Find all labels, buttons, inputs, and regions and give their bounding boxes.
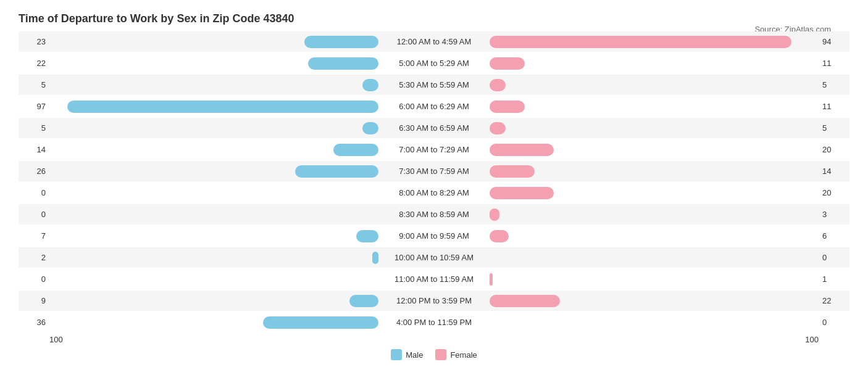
male-bar-container bbox=[295, 165, 378, 178]
chart-row: 2 10:00 AM to 10:59 AM 0 bbox=[19, 247, 849, 268]
male-bar bbox=[362, 79, 378, 91]
female-bar bbox=[490, 122, 506, 134]
female-bar bbox=[490, 187, 554, 199]
female-value: 1 bbox=[819, 274, 849, 284]
time-label: 11:00 AM to 11:59 AM bbox=[394, 274, 474, 284]
time-label: 6:00 AM to 6:29 AM bbox=[399, 102, 469, 111]
male-bar-container bbox=[362, 79, 378, 91]
time-label: 8:30 AM to 8:59 AM bbox=[399, 210, 469, 219]
male-value: 0 bbox=[19, 274, 49, 284]
chart-row: 5 5:30 AM to 5:59 AM 5 bbox=[19, 75, 849, 95]
female-bar bbox=[490, 273, 493, 286]
male-bar-container bbox=[333, 144, 378, 156]
axis-labels: 100 100 bbox=[19, 335, 849, 344]
chart-row: 23 12:00 AM to 4:59 AM 94 bbox=[19, 31, 849, 52]
legend-male: Male bbox=[391, 349, 423, 360]
female-value: 5 bbox=[819, 123, 849, 133]
female-value: 11 bbox=[819, 59, 849, 68]
male-value: 23 bbox=[19, 37, 49, 46]
time-label: 7:30 AM to 7:59 AM bbox=[399, 167, 469, 176]
male-bar bbox=[333, 144, 378, 156]
female-bar-container bbox=[490, 79, 506, 91]
male-bar-container bbox=[304, 36, 378, 48]
chart-title: Time of Departure to Work by Sex in Zip … bbox=[19, 12, 849, 25]
male-bar-container bbox=[372, 252, 378, 264]
female-bar-container bbox=[490, 57, 525, 70]
male-bar bbox=[349, 295, 378, 307]
chart-row: 97 6:00 AM to 6:29 AM 11 bbox=[19, 96, 849, 117]
female-value: 0 bbox=[819, 318, 849, 327]
male-bar bbox=[356, 230, 378, 242]
chart-row: 22 5:00 AM to 5:29 AM 11 bbox=[19, 53, 849, 73]
legend-male-label: Male bbox=[406, 350, 423, 360]
chart-container: 23 12:00 AM to 4:59 AM 94 22 5:00 AM to … bbox=[19, 31, 849, 332]
female-bar-container bbox=[490, 165, 535, 178]
male-value: 14 bbox=[19, 145, 49, 154]
female-bar-container bbox=[490, 144, 554, 156]
legend-female-label: Female bbox=[450, 350, 477, 360]
time-label: 5:30 AM to 5:59 AM bbox=[399, 80, 469, 89]
male-value: 5 bbox=[19, 80, 49, 89]
axis-min: 100 bbox=[49, 335, 63, 344]
legend-female: Female bbox=[435, 349, 477, 360]
female-bar-container bbox=[490, 208, 499, 221]
male-value: 36 bbox=[19, 318, 49, 327]
female-bar-container bbox=[490, 273, 493, 286]
male-value: 97 bbox=[19, 102, 49, 111]
male-value: 0 bbox=[19, 188, 49, 197]
legend-female-box bbox=[435, 349, 446, 360]
male-bar bbox=[308, 57, 378, 70]
male-value: 5 bbox=[19, 123, 49, 133]
male-bar-container bbox=[362, 122, 378, 134]
male-value: 22 bbox=[19, 59, 49, 68]
female-bar bbox=[490, 208, 499, 221]
axis-max: 100 bbox=[805, 335, 819, 344]
female-value: 0 bbox=[819, 253, 849, 262]
chart-row: 0 11:00 AM to 11:59 AM 1 bbox=[19, 269, 849, 289]
female-value: 14 bbox=[819, 167, 849, 176]
male-value: 7 bbox=[19, 231, 49, 241]
female-bar bbox=[490, 79, 506, 91]
female-bar bbox=[490, 165, 535, 178]
male-value: 9 bbox=[19, 296, 49, 305]
male-bar-container bbox=[263, 316, 378, 329]
time-label: 10:00 AM to 10:59 AM bbox=[394, 253, 474, 262]
female-value: 22 bbox=[819, 296, 849, 305]
female-value: 94 bbox=[819, 37, 849, 46]
male-bar bbox=[263, 316, 378, 329]
chart-row: 0 8:30 AM to 8:59 AM 3 bbox=[19, 204, 849, 225]
male-value: 0 bbox=[19, 210, 49, 219]
chart-row: 0 8:00 AM to 8:29 AM 20 bbox=[19, 183, 849, 203]
female-bar-container bbox=[490, 230, 509, 242]
chart-row: 14 7:00 AM to 7:29 AM 20 bbox=[19, 139, 849, 160]
male-bar bbox=[304, 36, 378, 48]
male-value: 26 bbox=[19, 167, 49, 176]
female-value: 20 bbox=[819, 188, 849, 197]
female-bar bbox=[490, 101, 525, 113]
male-bar bbox=[372, 252, 378, 264]
time-label: 4:00 PM to 11:59 PM bbox=[396, 318, 472, 327]
female-bar-container bbox=[490, 36, 791, 48]
time-label: 12:00 AM to 4:59 AM bbox=[397, 37, 472, 46]
time-label: 8:00 AM to 8:29 AM bbox=[399, 188, 469, 197]
male-bar-container bbox=[308, 57, 378, 70]
male-bar bbox=[67, 101, 378, 113]
male-bar-container bbox=[349, 295, 378, 307]
male-bar bbox=[362, 122, 378, 134]
female-bar bbox=[490, 230, 509, 242]
male-bar bbox=[295, 165, 378, 178]
chart-row: 26 7:30 AM to 7:59 AM 14 bbox=[19, 161, 849, 181]
chart-row: 5 6:30 AM to 6:59 AM 5 bbox=[19, 118, 849, 138]
female-bar-container bbox=[490, 101, 525, 113]
time-label: 9:00 AM to 9:59 AM bbox=[399, 231, 469, 241]
legend: Male Female bbox=[19, 349, 849, 360]
male-value: 2 bbox=[19, 253, 49, 262]
male-bar-container bbox=[67, 101, 378, 113]
female-value: 5 bbox=[819, 80, 849, 89]
chart-row: 7 9:00 AM to 9:59 AM 6 bbox=[19, 226, 849, 246]
female-value: 20 bbox=[819, 145, 849, 154]
time-label: 7:00 AM to 7:29 AM bbox=[399, 145, 469, 154]
female-bar bbox=[490, 144, 554, 156]
female-bar-container bbox=[490, 122, 506, 134]
female-bar-container bbox=[490, 187, 554, 199]
